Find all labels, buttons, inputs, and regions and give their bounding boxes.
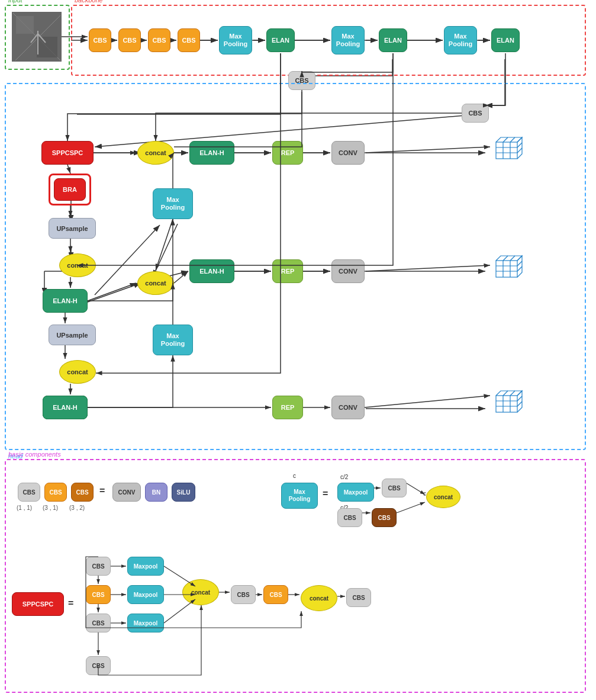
cbs4-node: CBS bbox=[178, 28, 200, 52]
spp-cbs-final: CBS bbox=[346, 588, 371, 607]
conv-mid: CONV bbox=[331, 259, 365, 283]
sppcspc-node: SPPCSPC bbox=[41, 141, 94, 165]
mp1-node: MaxPooling bbox=[219, 26, 252, 54]
spp-mp3: Maxpool bbox=[127, 614, 164, 632]
eq1: = bbox=[99, 486, 105, 496]
svg-rect-47 bbox=[496, 261, 517, 277]
svg-rect-38 bbox=[496, 142, 517, 159]
spp-cbs5: CBS bbox=[231, 585, 256, 604]
svg-line-63 bbox=[517, 396, 522, 401]
basic-concat-inner: concat bbox=[426, 486, 460, 508]
svg-line-43 bbox=[503, 137, 508, 142]
svg-line-55 bbox=[517, 266, 522, 271]
cbs-head-top: CBS bbox=[462, 104, 489, 123]
eq2: = bbox=[323, 489, 328, 499]
spp-mp2: Maxpool bbox=[127, 585, 164, 604]
paren3: (3 , 2) bbox=[69, 505, 85, 511]
elan3-node: ELAN bbox=[491, 28, 520, 52]
elan1-node: ELAN bbox=[266, 28, 295, 52]
cbs2-node: CBS bbox=[118, 28, 141, 52]
basic-mp-inner1: Maxpool bbox=[337, 483, 374, 502]
paren1: (1 , 1) bbox=[17, 505, 32, 511]
svg-line-61 bbox=[503, 391, 508, 396]
basic-sppcspc: SPPCSPC bbox=[12, 592, 64, 616]
spp-cbs2: CBS bbox=[86, 585, 111, 604]
concat1-node: concat bbox=[59, 253, 96, 277]
svg-line-45 bbox=[517, 143, 522, 147]
backbone-label: backbone bbox=[75, 0, 103, 4]
input-image bbox=[12, 12, 62, 62]
upsample1-node: UPsample bbox=[49, 218, 96, 239]
concat2-node: concat bbox=[59, 360, 96, 384]
spp-cbs4: CBS bbox=[86, 656, 111, 675]
rep-top: REP bbox=[272, 141, 303, 165]
cbs1-node: CBS bbox=[89, 28, 111, 52]
basic-silu: SiLU bbox=[172, 483, 195, 502]
spp-concat2: concat bbox=[301, 585, 337, 611]
mp3-node: MaxPooling bbox=[444, 26, 477, 54]
basic-cbs3: CBS bbox=[71, 483, 94, 502]
basic-label: basic components bbox=[8, 451, 61, 458]
grid-bot bbox=[491, 384, 527, 419]
spp-cbs1: CBS bbox=[86, 557, 111, 576]
basic-cbs-inner2: CBS bbox=[337, 508, 362, 527]
spp-cbs3: CBS bbox=[86, 614, 111, 632]
conv-bot: CONV bbox=[331, 396, 365, 419]
mp-head1-node: MaxPooling bbox=[153, 188, 193, 219]
basic-bn: BN bbox=[145, 483, 167, 502]
basic-conv: CONV bbox=[112, 483, 141, 502]
paren2: (3 , 1) bbox=[43, 505, 58, 511]
rep-mid: REP bbox=[272, 259, 303, 283]
svg-rect-34 bbox=[37, 37, 57, 57]
basic-cbs-inner1: CBS bbox=[382, 479, 407, 497]
svg-line-53 bbox=[510, 256, 515, 261]
basic-cbs2: CBS bbox=[44, 483, 67, 502]
elanh-center-top: ELAN-H bbox=[189, 141, 234, 165]
basic-cbs1: CBS bbox=[18, 483, 40, 502]
c2-top-label: c/2 bbox=[340, 474, 348, 480]
upsample2-node: UPsample bbox=[49, 325, 96, 345]
spp-cbs6: CBS bbox=[263, 585, 288, 604]
svg-line-62 bbox=[510, 391, 515, 396]
svg-line-46 bbox=[517, 148, 522, 153]
elanh1-node: ELAN-H bbox=[43, 289, 88, 313]
c-label: c bbox=[293, 473, 296, 479]
spp-mp1: Maxpool bbox=[127, 557, 164, 576]
bra-outer: BRA bbox=[49, 174, 91, 205]
svg-line-44 bbox=[510, 137, 515, 142]
eq3: = bbox=[68, 598, 73, 609]
svg-rect-56 bbox=[496, 396, 517, 412]
elanh-bottom: ELAN-H bbox=[43, 396, 88, 419]
svg-line-54 bbox=[517, 261, 522, 266]
cbs3-node: CBS bbox=[148, 28, 170, 52]
spp-concat1: concat bbox=[182, 579, 219, 605]
rep-bot: REP bbox=[272, 396, 303, 419]
grid-mid bbox=[491, 249, 527, 284]
mp2-node: MaxPooling bbox=[331, 26, 365, 54]
svg-line-52 bbox=[503, 256, 508, 261]
svg-line-64 bbox=[517, 402, 522, 406]
concat-center-top: concat bbox=[137, 141, 174, 165]
svg-rect-33 bbox=[16, 16, 34, 34]
basic-maxpool: MaxPooling bbox=[281, 483, 318, 509]
concat-center-mid: concat bbox=[137, 271, 174, 295]
input-label: input bbox=[8, 0, 22, 4]
conv-top: CONV bbox=[331, 141, 365, 165]
mp-head2-node: MaxPooling bbox=[153, 325, 193, 355]
grid-top bbox=[491, 130, 527, 166]
elanh-center-mid: ELAN-H bbox=[189, 259, 234, 283]
bra-node: BRA bbox=[54, 178, 86, 201]
basic-cbs-brown: CBS bbox=[372, 508, 397, 527]
elan2-node: ELAN bbox=[379, 28, 407, 52]
